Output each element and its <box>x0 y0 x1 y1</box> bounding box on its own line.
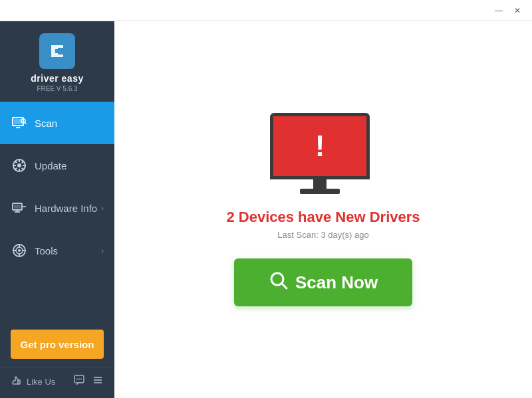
get-pro-button[interactable]: Get pro version <box>11 330 104 359</box>
logo-version: FREE V 5.6.3 <box>37 85 77 92</box>
hardware-info-icon <box>11 199 28 217</box>
tools-chevron: › <box>101 247 104 254</box>
hardware-info-chevron: › <box>101 204 104 212</box>
scan-icon <box>11 114 28 132</box>
svg-line-15 <box>15 161 17 163</box>
sidebar-item-update[interactable]: Update <box>0 144 114 187</box>
monitor-screen: ! <box>270 113 370 179</box>
svg-line-40 <box>282 284 287 288</box>
sidebar-footer: Like Us <box>0 367 114 395</box>
svg-line-8 <box>25 123 27 124</box>
svg-point-34 <box>78 379 80 380</box>
monitor-stand <box>270 179 370 194</box>
monitor-base <box>300 189 340 194</box>
last-scan-label: Last Scan: 3 day(s) ago <box>277 230 368 240</box>
sidebar-item-scan-label: Scan <box>35 118 104 129</box>
sidebar-logo: driver easy FREE V 5.6.3 <box>0 21 114 102</box>
app-window: — ✕ driver easy FREE V 5.6.3 <box>0 0 532 398</box>
exclamation-mark: ! <box>315 132 325 161</box>
sidebar-item-scan[interactable]: Scan <box>0 102 114 144</box>
main-content: ! 2 Devices have New Drivers Last Scan: … <box>114 21 532 398</box>
update-icon <box>11 157 28 174</box>
sidebar-item-hardware-info-label: Hardware Info <box>35 203 101 214</box>
footer-icons <box>73 374 104 389</box>
svg-point-35 <box>80 379 82 380</box>
monitor-graphic: ! <box>270 113 376 193</box>
svg-point-33 <box>76 379 78 380</box>
svg-line-16 <box>22 168 24 170</box>
logo-text: driver easy <box>31 73 83 84</box>
svg-rect-2 <box>58 52 63 54</box>
scan-now-button[interactable]: Scan Now <box>234 258 412 306</box>
sidebar-item-tools[interactable]: Tools › <box>0 229 114 272</box>
svg-point-26 <box>18 249 21 252</box>
like-us-label: Like Us <box>27 377 55 387</box>
scan-now-label: Scan Now <box>295 272 378 293</box>
sidebar-nav: Scan <box>0 102 114 367</box>
svg-rect-31 <box>18 380 20 384</box>
logo-icon <box>39 33 75 69</box>
monitor: ! <box>270 113 376 193</box>
svg-rect-0 <box>45 39 70 64</box>
title-bar: — ✕ <box>0 0 532 21</box>
svg-point-10 <box>17 163 21 167</box>
svg-rect-1 <box>58 48 63 50</box>
chat-icon[interactable] <box>73 374 85 389</box>
monitor-neck <box>313 179 327 189</box>
minimize-button[interactable]: — <box>489 4 508 17</box>
scan-search-icon <box>269 270 289 294</box>
monitor-screen-inner: ! <box>273 116 366 176</box>
svg-rect-20 <box>14 205 21 209</box>
like-us-button[interactable]: Like Us <box>11 375 55 389</box>
sidebar-item-hardware-info[interactable]: Hardware Info › <box>0 187 114 229</box>
main-area: driver easy FREE V 5.6.3 <box>0 21 532 398</box>
svg-line-17 <box>22 161 24 163</box>
tools-icon <box>11 242 28 259</box>
status-title: 2 Devices have New Drivers <box>226 209 420 226</box>
sidebar: driver easy FREE V 5.6.3 <box>0 21 114 398</box>
close-button[interactable]: ✕ <box>508 4 527 17</box>
thumbs-up-icon <box>11 375 23 389</box>
menu-icon[interactable] <box>92 374 104 389</box>
svg-line-18 <box>15 168 17 170</box>
sidebar-item-tools-label: Tools <box>35 245 101 256</box>
sidebar-item-update-label: Update <box>35 160 104 171</box>
svg-rect-6 <box>14 119 22 124</box>
logo-svg <box>45 39 70 64</box>
